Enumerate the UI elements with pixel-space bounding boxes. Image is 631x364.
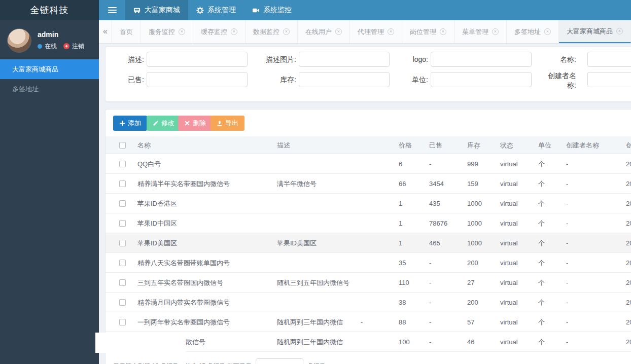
logout-icon	[63, 43, 69, 49]
cell-unit: 个	[538, 154, 545, 174]
tab-close-icon[interactable]: ×	[492, 28, 499, 35]
tab-close-icon[interactable]: ×	[440, 28, 446, 35]
row-checkbox[interactable]	[119, 220, 126, 227]
export-icon	[217, 120, 223, 126]
cell-price: 88	[399, 312, 406, 332]
cell-name: 苹果ID香港区	[137, 194, 177, 213]
search-logo-input[interactable]	[431, 52, 532, 67]
cell-name: 精养八天实名带圈带账单国内号	[137, 253, 230, 273]
logout-link[interactable]: 注销	[72, 42, 84, 51]
edit-button[interactable]: 修改	[147, 116, 181, 131]
tab-3[interactable]: 数据监控×	[246, 20, 298, 43]
table-row[interactable]: 苹果ID美国区苹果ID美国区14651000virtual个-20	[106, 233, 631, 253]
top-nav-item-0[interactable]: 大富家商城	[125, 0, 188, 20]
tab-9[interactable]: 大富家商城商品×	[559, 20, 631, 43]
cell-creator: -	[566, 154, 568, 174]
search-sold-input[interactable]	[147, 72, 248, 87]
top-nav-item-2[interactable]: 系统监控	[244, 0, 300, 20]
row-checkbox[interactable]	[119, 279, 126, 286]
tabs-collapse-button[interactable]: «	[99, 20, 112, 43]
cell-price: 66	[399, 174, 406, 194]
search-name-input[interactable]	[587, 52, 631, 67]
tab-8[interactable]: 多签地址×	[507, 20, 559, 43]
cell-sold: 78676	[429, 213, 447, 233]
cell-created: 20	[626, 312, 631, 332]
add-button[interactable]: 添加	[113, 116, 147, 131]
search-unit-input[interactable]	[431, 72, 532, 87]
row-checkbox[interactable]	[119, 161, 126, 167]
row-checkbox[interactable]	[119, 180, 126, 187]
search-creator_name-input[interactable]	[587, 72, 631, 87]
cell-stock: 1000	[467, 194, 482, 213]
tab-close-icon[interactable]: ×	[616, 28, 623, 34]
column-header-creator: 创建者名称	[566, 136, 599, 154]
tab-6[interactable]: 岗位管理×	[402, 20, 454, 43]
pagination-summary: 显示第 1 到第 10 条记录，总共 15 条记录 每页显示	[113, 362, 252, 364]
column-header-unit: 单位	[538, 136, 551, 154]
cell-created: 20	[626, 174, 631, 194]
table-row[interactable]: 苹果ID中国区1786761000virtual个-20	[106, 213, 631, 233]
sidebar-menu: 大富家商城商品多签地址	[0, 59, 99, 99]
tab-close-icon[interactable]: ×	[283, 28, 290, 35]
tab-1[interactable]: 服务监控×	[141, 20, 193, 43]
tab-close-icon[interactable]: ×	[179, 28, 185, 35]
top-nav-item-1[interactable]: 系统管理	[188, 0, 244, 20]
page-size-select[interactable]: 10	[256, 358, 303, 364]
table-row[interactable]: 精养满半年实名带圈国内微信号满半年微信号663454159virtual个-20	[106, 174, 631, 194]
tab-close-icon[interactable]: ×	[544, 28, 551, 35]
hamburger-icon	[108, 7, 117, 8]
row-checkbox[interactable]	[119, 319, 126, 325]
cell-status: virtual	[500, 273, 518, 293]
cell-name: 苹果ID美国区	[137, 233, 177, 253]
tab-close-icon[interactable]: ×	[335, 28, 342, 35]
tab-0[interactable]: 首页	[112, 20, 141, 43]
row-checkbox[interactable]	[119, 200, 126, 207]
select-all-checkbox[interactable]	[119, 142, 126, 149]
search-desc-input[interactable]	[147, 52, 248, 67]
sidebar-item-0[interactable]: 大富家商城商品	[0, 59, 99, 79]
cell-unit: 个	[538, 233, 545, 253]
sidebar-item-1[interactable]: 多签地址	[0, 79, 99, 99]
cell-sold: -	[429, 312, 431, 332]
delete-button[interactable]: 删除	[178, 116, 212, 131]
search-stock-input[interactable]	[299, 72, 390, 87]
search-desc_image-input[interactable]	[299, 52, 390, 67]
tab-close-icon[interactable]: ×	[388, 28, 394, 35]
cell-status: virtual	[500, 213, 518, 233]
tabs-bar: « 首页服务监控×缓存监控×数据监控×在线用户×代理管理×岗位管理×菜单管理×多…	[99, 20, 631, 44]
store-icon	[133, 7, 141, 14]
cell-price: 6	[399, 154, 402, 174]
edit-icon	[153, 120, 159, 126]
cell-creator: -	[566, 253, 568, 273]
search-creator_name-label: 创建者名称:	[547, 71, 576, 90]
table-row[interactable]: 精养八天实名带圈带账单国内号35-200virtual个-20	[106, 253, 631, 273]
row-checkbox[interactable]	[119, 260, 126, 266]
table-row[interactable]: 精养满月国内带实名带圈微信号38-200virtual个-20	[106, 293, 631, 312]
row-checkbox[interactable]	[119, 299, 126, 306]
tab-5[interactable]: 代理管理×	[350, 20, 402, 43]
cell-stock: 159	[467, 174, 478, 194]
cell-created: 20	[626, 213, 631, 233]
tab-close-icon[interactable]: ×	[231, 28, 237, 35]
row-checkbox[interactable]	[119, 240, 126, 246]
top-header: 全链科技 大富家商城系统管理系统监控	[0, 0, 631, 20]
cell-desc: 随机两到三年国内微信	[277, 312, 343, 332]
search-name-label: 名称:	[531, 52, 576, 67]
avatar	[7, 28, 31, 53]
tab-4[interactable]: 在线用户×	[298, 20, 350, 43]
plus-icon	[119, 120, 125, 126]
user-panel: admin 在线 注销	[0, 20, 99, 59]
tab-7[interactable]: 菜单管理×	[454, 20, 507, 43]
table-row[interactable]: QQ白号6-999virtual个-20	[106, 154, 631, 174]
tab-2[interactable]: 缓存监控×	[193, 20, 246, 43]
sidebar-toggle-button[interactable]	[99, 0, 125, 20]
app-logo: 全链科技	[0, 0, 99, 20]
main-content: 描述:描述图片:logo:名称:已售:库存:单位:创建者名称: 添加 修改 删除…	[99, 44, 631, 364]
online-dot-icon	[38, 44, 42, 49]
table-row[interactable]: 苹果ID香港区14351000virtual个-20	[106, 194, 631, 213]
table-row[interactable]: 一到两年带实名带圈国内微信号随机两到三年国内微信88-57virtual个-20…	[106, 312, 631, 332]
cell-price: 110	[399, 273, 409, 293]
cell-sold: -	[429, 293, 431, 312]
export-button[interactable]: 导出	[211, 116, 244, 131]
table-row[interactable]: 三到五年实名带圈国内微信号随机三到五年国内微信号110-27virtual个-2…	[106, 273, 631, 293]
